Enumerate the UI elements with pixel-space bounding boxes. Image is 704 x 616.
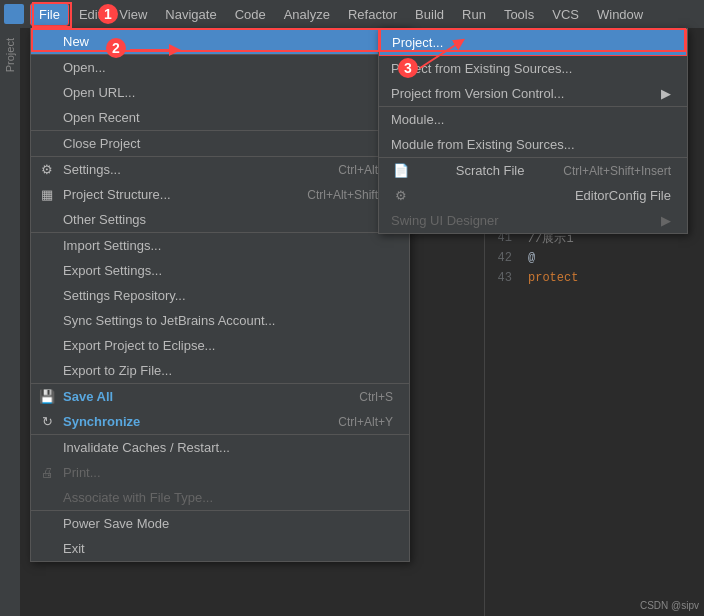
open-url-label: Open URL...: [63, 85, 135, 100]
line-content: @: [520, 251, 535, 265]
submenu-item-project[interactable]: Project...: [379, 29, 687, 56]
submenu-item-module-existing[interactable]: Module from Existing Sources...: [379, 132, 687, 158]
menu-item-synchronize[interactable]: ↻ Synchronize Ctrl+Alt+Y: [31, 409, 409, 435]
scratch-file-icon: 📄: [391, 163, 411, 178]
project-vcs-label: Project from Version Control...: [391, 86, 564, 101]
menu-item-open-recent[interactable]: Open Recent ▶: [31, 105, 409, 131]
swing-ui-label: Swing UI Designer: [391, 213, 499, 228]
line-number: 42: [485, 251, 520, 265]
export-settings-label: Export Settings...: [63, 263, 162, 278]
sidebar-label: Project: [4, 38, 16, 72]
menu-refactor[interactable]: Refactor: [340, 4, 405, 25]
menu-item-export-eclipse[interactable]: Export Project to Eclipse...: [31, 333, 409, 358]
menu-item-sync-settings[interactable]: Sync Settings to JetBrains Account...: [31, 308, 409, 333]
watermark: CSDN @sipv: [640, 600, 699, 611]
project-existing-label: Project from Existing Sources...: [391, 61, 572, 76]
submenu-item-swing-ui[interactable]: Swing UI Designer ▶: [379, 208, 687, 233]
associate-file-label: Associate with File Type...: [63, 490, 213, 505]
module-label: Module...: [391, 112, 444, 127]
menu-item-print[interactable]: 🖨 Print...: [31, 460, 409, 485]
synchronize-label: Synchronize: [63, 414, 140, 429]
menu-file[interactable]: File: [30, 3, 69, 26]
menu-item-import-settings[interactable]: Import Settings...: [31, 233, 409, 258]
menu-item-settings[interactable]: ⚙ Settings... Ctrl+Alt+S: [31, 157, 409, 182]
print-label: Print...: [63, 465, 101, 480]
menu-item-exit[interactable]: Exit: [31, 536, 409, 561]
menu-item-save-all[interactable]: 💾 Save All Ctrl+S: [31, 384, 409, 409]
settings-label: Settings...: [63, 162, 121, 177]
other-settings-label: Other Settings: [63, 212, 146, 227]
menu-item-open-url[interactable]: Open URL...: [31, 80, 409, 105]
line-content: protect: [520, 271, 578, 285]
save-all-shortcut: Ctrl+S: [359, 390, 393, 404]
settings-icon: ⚙: [37, 162, 57, 177]
synchronize-icon: ↻: [37, 414, 57, 429]
line-number: 43: [485, 271, 520, 285]
menu-item-power-save[interactable]: Power Save Mode: [31, 511, 409, 536]
exit-label: Exit: [63, 541, 85, 556]
app-icon: [4, 4, 24, 24]
import-settings-label: Import Settings...: [63, 238, 161, 253]
menu-build[interactable]: Build: [407, 4, 452, 25]
editorconfig-label: EditorConfig File: [575, 188, 671, 203]
annotation-2: 2: [106, 38, 126, 58]
menu-item-open[interactable]: Open...: [31, 55, 409, 80]
menu-analyze[interactable]: Analyze: [276, 4, 338, 25]
menu-code[interactable]: Code: [227, 4, 274, 25]
save-all-icon: 💾: [37, 389, 57, 404]
open-recent-label: Open Recent: [63, 110, 140, 125]
power-save-label: Power Save Mode: [63, 516, 169, 531]
menu-item-close-project[interactable]: Close Project: [31, 131, 409, 157]
menu-tools[interactable]: Tools: [496, 4, 542, 25]
project-structure-icon: ▦: [37, 187, 57, 202]
swing-ui-arrow-icon: ▶: [661, 213, 671, 228]
project-label: Project...: [392, 35, 443, 50]
menu-window[interactable]: Window: [589, 4, 651, 25]
editorconfig-icon: ⚙: [391, 188, 411, 203]
menu-item-other-settings[interactable]: Other Settings ▶: [31, 207, 409, 233]
sync-settings-label: Sync Settings to JetBrains Account...: [63, 313, 275, 328]
project-vcs-arrow-icon: ▶: [661, 86, 671, 101]
print-icon: 🖨: [37, 465, 57, 480]
left-sidebar: Project: [0, 28, 20, 616]
annotation-1: 1: [98, 4, 118, 24]
open-label: Open...: [63, 60, 106, 75]
menu-item-export-zip[interactable]: Export to Zip File...: [31, 358, 409, 384]
menu-item-invalidate-caches[interactable]: Invalidate Caches / Restart...: [31, 435, 409, 460]
export-eclipse-label: Export Project to Eclipse...: [63, 338, 215, 353]
submenu-item-scratch-file[interactable]: 📄 Scratch File Ctrl+Alt+Shift+Insert: [379, 158, 687, 183]
scratch-file-shortcut: Ctrl+Alt+Shift+Insert: [563, 164, 671, 178]
menu-run[interactable]: Run: [454, 4, 494, 25]
menu-item-export-settings[interactable]: Export Settings...: [31, 258, 409, 283]
code-line: 42@: [485, 248, 704, 268]
submenu-item-project-existing[interactable]: Project from Existing Sources...: [379, 56, 687, 81]
project-structure-label: Project Structure...: [63, 187, 171, 202]
scratch-file-label: Scratch File: [456, 163, 525, 178]
submenu-item-project-vcs[interactable]: Project from Version Control... ▶: [379, 81, 687, 107]
code-line: 43protect: [485, 268, 704, 288]
menu-navigate[interactable]: Navigate: [157, 4, 224, 25]
menu-item-associate-file[interactable]: Associate with File Type...: [31, 485, 409, 511]
submenu-item-module[interactable]: Module...: [379, 107, 687, 132]
invalidate-caches-label: Invalidate Caches / Restart...: [63, 440, 230, 455]
menu-vcs[interactable]: VCS: [544, 4, 587, 25]
synchronize-shortcut: Ctrl+Alt+Y: [338, 415, 393, 429]
menu-item-new[interactable]: New ▶: [31, 29, 409, 55]
settings-repo-label: Settings Repository...: [63, 288, 186, 303]
close-project-label: Close Project: [63, 136, 140, 151]
module-existing-label: Module from Existing Sources...: [391, 137, 575, 152]
annotation-3: 3: [398, 58, 418, 78]
new-label: New: [63, 34, 89, 49]
submenu-item-editorconfig[interactable]: ⚙ EditorConfig File: [379, 183, 687, 208]
file-menu-dropdown: New ▶ Open... Open URL... Open Recent ▶ …: [30, 28, 410, 562]
menu-item-settings-repo[interactable]: Settings Repository...: [31, 283, 409, 308]
save-all-label: Save All: [63, 389, 113, 404]
new-submenu: Project... Project from Existing Sources…: [378, 28, 688, 234]
export-zip-label: Export to Zip File...: [63, 363, 172, 378]
menu-item-project-structure[interactable]: ▦ Project Structure... Ctrl+Alt+Shift+S: [31, 182, 409, 207]
